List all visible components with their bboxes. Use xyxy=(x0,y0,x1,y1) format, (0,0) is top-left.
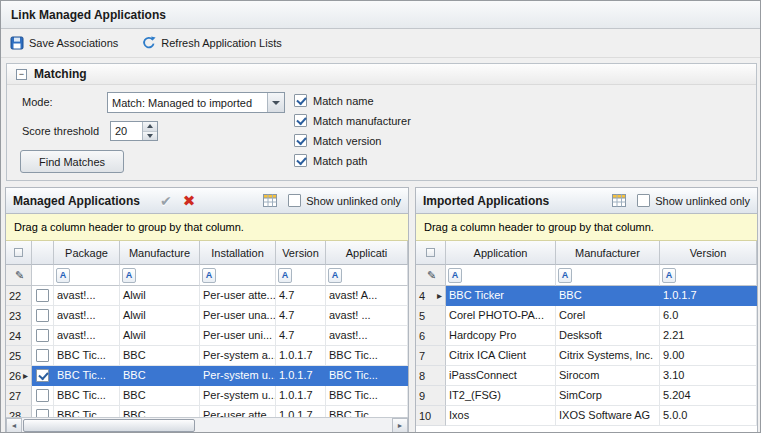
table-cell[interactable]: 1.0.1.7 xyxy=(660,286,757,306)
table-cell[interactable]: 9.00 xyxy=(660,346,757,366)
collapse-icon[interactable]: − xyxy=(16,69,27,80)
table-row[interactable]: 9IT2_(FSG)SimCorp5.204 xyxy=(416,386,757,406)
scroll-left-button[interactable]: ◄ xyxy=(6,418,22,433)
table-cell[interactable]: BBC Tic... xyxy=(326,346,408,366)
filter-type-icon[interactable]: A xyxy=(56,268,70,283)
table-cell[interactable]: Per-system u... xyxy=(200,386,276,406)
table-cell[interactable]: Per-system u... xyxy=(200,366,276,386)
table-row[interactable]: 4▸BBC TickerBBC1.0.1.7 xyxy=(416,286,757,306)
filter-type-icon[interactable]: A xyxy=(558,268,572,283)
column-header-installation[interactable]: Installation xyxy=(200,241,276,265)
table-cell[interactable]: 3.10 xyxy=(660,366,757,386)
table-cell[interactable]: BBC Tic... xyxy=(54,346,120,366)
table-cell[interactable]: BBC Tic... xyxy=(54,386,120,406)
remove-links-icon[interactable]: ✖ xyxy=(183,193,196,208)
table-cell[interactable]: 5.204 xyxy=(660,386,757,406)
table-cell[interactable]: 1.0.1.7 xyxy=(276,366,326,386)
column-header-version[interactable]: Version xyxy=(276,241,326,265)
table-row[interactable]: 24avast!...AlwilPer-user uni...4.7avast!… xyxy=(6,326,408,346)
table-cell[interactable]: Hardcopy Pro xyxy=(446,326,556,346)
table-cell[interactable]: avast!... xyxy=(54,326,120,346)
link-checkbox[interactable] xyxy=(36,369,49,382)
filter-cell-checkbox-column[interactable] xyxy=(32,265,54,286)
table-cell[interactable]: Corel PHOTO-PA... xyxy=(446,306,556,326)
scroll-right-button[interactable]: ► xyxy=(392,418,408,433)
filter-type-icon[interactable]: A xyxy=(202,268,216,283)
match-path-checkbox[interactable]: Match path xyxy=(294,154,367,167)
link-checkbox[interactable] xyxy=(36,289,49,302)
table-cell[interactable]: 4.7 xyxy=(276,286,326,306)
table-cell[interactable]: 1.0.1.7 xyxy=(276,386,326,406)
column-header-manufacture[interactable]: Manufacture xyxy=(120,241,200,265)
column-header-applicati[interactable]: Applicati xyxy=(326,241,408,265)
managed-horizontal-scrollbar[interactable]: ◄ ► xyxy=(6,417,408,433)
table-cell[interactable]: BBC xyxy=(556,286,660,306)
table-cell[interactable]: BBC Tic... xyxy=(326,366,408,386)
table-cell[interactable]: avast!... xyxy=(326,326,408,346)
refresh-application-lists-button[interactable]: Refresh Application Lists xyxy=(142,36,281,50)
link-checkbox-cell[interactable] xyxy=(32,366,54,386)
table-row[interactable]: 26▸BBC Tic...BBCPer-system u...1.0.1.7BB… xyxy=(6,366,408,386)
spinner-up-button[interactable] xyxy=(143,122,157,132)
select-all-cell[interactable] xyxy=(6,241,32,265)
table-cell[interactable]: avast!... xyxy=(54,286,120,306)
table-cell[interactable]: Citrix ICA Client xyxy=(446,346,556,366)
table-cell[interactable]: BBC Ticker xyxy=(446,286,556,306)
filter-type-icon[interactable]: A xyxy=(328,268,342,283)
table-cell[interactable]: Alwil xyxy=(120,326,200,346)
mode-select[interactable]: Match: Managed to imported xyxy=(107,92,285,113)
table-row[interactable]: 27BBC Tic...BBCPer-system u...1.0.1.7BBC… xyxy=(6,386,408,406)
save-associations-button[interactable]: Save Associations xyxy=(10,36,118,50)
table-cell[interactable]: BBC xyxy=(120,386,200,406)
column-header-package[interactable]: Package xyxy=(54,241,120,265)
link-checkbox-cell[interactable] xyxy=(32,326,54,346)
table-cell[interactable]: avast! ... xyxy=(326,306,408,326)
find-matches-button[interactable]: Find Matches xyxy=(20,150,124,173)
table-row[interactable]: 22avast!...AlwilPer-user atte...4.7avast… xyxy=(6,286,408,306)
table-row[interactable]: 25BBC Tic...BBCPer-system a...1.0.1.7BBC… xyxy=(6,346,408,366)
table-cell[interactable]: Per-user una... xyxy=(200,306,276,326)
table-row[interactable]: 5Corel PHOTO-PA...Corel6.0 xyxy=(416,306,757,326)
filter-cell-manufacture[interactable]: A xyxy=(120,265,200,286)
table-cell[interactable]: Sirocom xyxy=(556,366,660,386)
table-cell[interactable]: 4.7 xyxy=(276,326,326,346)
link-checkbox-cell[interactable] xyxy=(32,346,54,366)
managed-show-unlinked-checkbox[interactable]: Show unlinked only xyxy=(288,194,401,207)
link-checkbox[interactable] xyxy=(36,329,49,342)
column-chooser-icon[interactable] xyxy=(263,194,277,207)
filter-cell-package[interactable]: A xyxy=(54,265,120,286)
table-cell[interactable]: Alwil xyxy=(120,286,200,306)
filter-cell-application[interactable]: A xyxy=(446,265,556,286)
link-checkbox-cell[interactable] xyxy=(32,306,54,326)
column-header-application[interactable]: Application xyxy=(446,241,556,265)
table-cell[interactable]: 4.7 xyxy=(276,306,326,326)
table-cell[interactable]: 2.21 xyxy=(660,326,757,346)
table-cell[interactable]: Desksoft xyxy=(556,326,660,346)
link-checkbox-cell[interactable] xyxy=(32,386,54,406)
filter-type-icon[interactable]: A xyxy=(448,268,462,283)
table-row[interactable]: 7Citrix ICA ClientCitrix Systems, Inc.9.… xyxy=(416,346,757,366)
filter-type-icon[interactable]: A xyxy=(278,268,292,283)
table-row[interactable]: 10IxosIXOS Software AG5.0.0 xyxy=(416,406,757,426)
table-cell[interactable]: avast! A... xyxy=(326,286,408,306)
link-checkbox[interactable] xyxy=(36,309,49,322)
filter-cell-manufacturer[interactable]: A xyxy=(556,265,660,286)
link-checkbox-cell[interactable] xyxy=(32,286,54,306)
table-cell[interactable]: 1.0.1.7 xyxy=(276,346,326,366)
link-checkbox[interactable] xyxy=(36,389,49,402)
table-cell[interactable]: avast!... xyxy=(54,306,120,326)
table-row[interactable]: 8iPassConnectSirocom3.10 xyxy=(416,366,757,386)
table-cell[interactable]: Ixos xyxy=(446,406,556,426)
link-checkbox-column-header[interactable] xyxy=(32,241,54,265)
accept-links-icon[interactable]: ✔ xyxy=(160,194,172,208)
select-all-cell[interactable] xyxy=(416,241,446,265)
table-cell[interactable]: BBC Tic... xyxy=(326,386,408,406)
table-cell[interactable]: Citrix Systems, Inc. xyxy=(556,346,660,366)
table-cell[interactable]: IXOS Software AG xyxy=(556,406,660,426)
match-manufacturer-checkbox[interactable]: Match manufacturer xyxy=(294,114,411,127)
filter-cell-installation[interactable]: A xyxy=(200,265,276,286)
scrollbar-thumb[interactable] xyxy=(23,419,195,432)
table-row[interactable]: 23avast!...AlwilPer-user una...4.7avast!… xyxy=(6,306,408,326)
table-cell[interactable]: IT2_(FSG) xyxy=(446,386,556,406)
score-threshold-spinner[interactable]: 20 xyxy=(110,121,158,141)
